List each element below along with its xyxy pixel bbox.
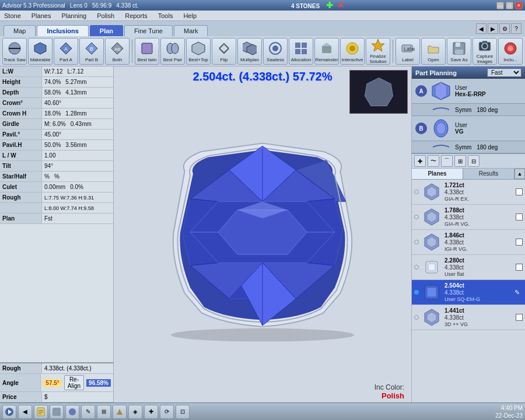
prop-tilt-label: Tilt — [0, 161, 42, 171]
solution-b-symm: Symm 180 deg — [412, 141, 525, 154]
label-btn[interactable]: Label Label — [396, 38, 420, 65]
taskbar-file-btn[interactable] — [34, 405, 48, 419]
menu-tools[interactable]: Tools — [156, 12, 175, 20]
svg-marker-37 — [365, 78, 393, 106]
solution-row-1[interactable]: 1.721ct 4.338ct GIA-R EX. — [412, 180, 525, 205]
tab-settings[interactable]: ⚙ — [499, 23, 510, 34]
add-stone-btn[interactable]: ✚ — [326, 1, 333, 10]
sol-check-5[interactable]: ✎ — [514, 289, 523, 296]
open-btn[interactable]: Open — [421, 38, 446, 65]
inclu-btn[interactable]: Inclu... — [498, 38, 523, 65]
multiplan-btn[interactable]: Multiplan — [237, 38, 262, 65]
collapse-btn[interactable]: ▲ — [514, 169, 525, 179]
makeable-icon — [32, 40, 48, 57]
svg-rect-21 — [302, 49, 307, 54]
part-a-btn[interactable]: A Part A — [54, 38, 78, 65]
taskbar-btn5[interactable]: ✎ — [81, 405, 95, 419]
solution-row-3[interactable]: 1.846ct 4.338ct IGI-R VG. — [412, 230, 525, 255]
solution-row-4[interactable]: 2.280ct 4.338ct User flat — [412, 255, 525, 280]
makeable-btn[interactable]: Makeable — [28, 38, 52, 65]
flip-btn[interactable]: Flip — [212, 38, 236, 65]
taskbar-btn11[interactable]: ⊡ — [176, 405, 190, 419]
rt-add-btn[interactable]: ✚ — [414, 155, 426, 167]
inclu-label: Inclu... — [503, 57, 517, 62]
svg-rect-9 — [142, 43, 152, 54]
taskbar-btn9[interactable]: ✚ — [144, 405, 158, 419]
menu-planning[interactable]: Planning — [60, 12, 88, 20]
menu-stone[interactable]: Stone — [2, 12, 23, 20]
toolbar: Track Saw Makeable A Part A B Part B AB … — [0, 36, 525, 66]
tab-mark[interactable]: Mark — [174, 25, 208, 36]
menu-planes[interactable]: Planes — [30, 12, 53, 20]
taskbar-start-btn[interactable] — [2, 405, 16, 419]
svg-rect-86 — [38, 412, 43, 412]
properties-table: L:W W:7.12 L:7.12 Height 74.0% 5.27mm De… — [0, 66, 113, 362]
part-b-btn[interactable]: B Part B — [79, 38, 104, 65]
save-as-btn[interactable]: Save As — [447, 38, 471, 65]
right-tab-planes[interactable]: Planes — [412, 169, 463, 179]
rt-curve-btn[interactable]: ⌒ — [441, 155, 453, 167]
realign-btn[interactable]: Re-Align — [64, 375, 84, 390]
prop-culet-label: Culet — [0, 182, 42, 192]
tab-finetune[interactable]: Fine Tune — [124, 25, 173, 36]
taskbar-back-btn[interactable]: ◀ — [18, 405, 32, 419]
best-top-btn[interactable]: Best+Top — [186, 38, 211, 65]
sol-check-4[interactable] — [516, 264, 523, 271]
taskbar-btn6[interactable]: ⊞ — [97, 405, 111, 419]
tab-nav-right[interactable]: ▶ — [488, 23, 498, 34]
save-as-icon — [451, 40, 467, 57]
close-btn[interactable]: ✕ — [515, 2, 523, 9]
track-saw-btn[interactable]: Track Saw — [2, 38, 27, 65]
remainder-btn[interactable]: Remainder — [314, 38, 339, 65]
tab-help[interactable]: ? — [511, 23, 522, 34]
solution-row-5[interactable]: 2.504ct 4.338ct User SQ-EM-G ✎ — [412, 280, 525, 305]
allocation-btn[interactable]: Allocation — [289, 38, 313, 65]
sep2 — [393, 40, 393, 63]
prop-rough2-value: L:8.00 W:7.74 H:9.58 — [42, 203, 113, 213]
menu-polish[interactable]: Polish — [95, 12, 116, 20]
sol-weight-2: 1.788ct — [444, 207, 513, 214]
sawless-btn[interactable]: Sawless — [263, 38, 288, 65]
sol-name-2: GIA-R VG. — [444, 221, 513, 227]
sol-check-3[interactable] — [516, 239, 523, 246]
tab-inclusions[interactable]: Inclusions — [37, 25, 88, 36]
prop-star-half-value: % % — [42, 172, 113, 181]
tab-map[interactable]: Map — [4, 25, 36, 36]
capture-label: Capture Images — [473, 54, 496, 64]
prop-lw-label: L:W — [0, 66, 42, 76]
both-btn[interactable]: AB Both — [105, 38, 130, 65]
solution-row-2[interactable]: 1.788ct 4.338ct GIA-R VG. — [412, 205, 525, 230]
menu-reports[interactable]: Reports — [123, 12, 149, 20]
sol-check-1[interactable] — [516, 188, 523, 195]
remove-stone-btn[interactable]: ✕ — [337, 1, 344, 10]
speed-select[interactable]: Fast Normal Slow — [487, 68, 522, 77]
minimize-btn[interactable]: — — [496, 2, 504, 9]
prop-girdle: Girdle M: 6.0% 0.43mm — [0, 119, 113, 130]
sol-check-2[interactable] — [516, 214, 523, 220]
taskbar-btn4[interactable] — [65, 405, 79, 419]
diamond-diagram[interactable] — [114, 83, 411, 381]
taskbar-btn10[interactable]: ⟳ — [160, 405, 174, 419]
rt-grid-btn[interactable]: ⊞ — [454, 155, 466, 167]
taskbar-btn7[interactable] — [113, 405, 127, 419]
capture-btn[interactable]: Capture Images — [473, 38, 497, 65]
best-twin-btn[interactable]: Best twin — [135, 38, 159, 65]
interactive-btn[interactable]: Interactive — [340, 38, 365, 65]
track-saw-icon — [6, 40, 23, 57]
finalize-btn[interactable]: Finalize Solution — [366, 38, 390, 65]
solution-row-6[interactable]: 1.441ct 4.338ct 3D ++ VG — [412, 305, 525, 330]
menu-help[interactable]: Help — [181, 12, 198, 20]
tab-plan[interactable]: Plan — [90, 25, 123, 36]
taskbar-btn8[interactable]: ◈ — [128, 405, 142, 419]
sol-check-6[interactable] — [516, 314, 523, 321]
tab-nav-left[interactable]: ◀ — [476, 23, 487, 34]
prop-star-half-label: Star/Half — [0, 172, 42, 181]
best-pair-btn[interactable]: Best Pair — [160, 38, 185, 65]
sol-gem-5 — [421, 282, 442, 303]
rt-expand-btn[interactable]: ⊟ — [468, 155, 480, 167]
best-twin-icon — [139, 40, 155, 57]
right-tab-results[interactable]: Results — [463, 169, 514, 179]
rt-wave-btn[interactable]: 〜 — [428, 155, 439, 167]
maximize-btn[interactable]: □ — [506, 2, 513, 9]
taskbar-btn3[interactable] — [50, 405, 64, 419]
